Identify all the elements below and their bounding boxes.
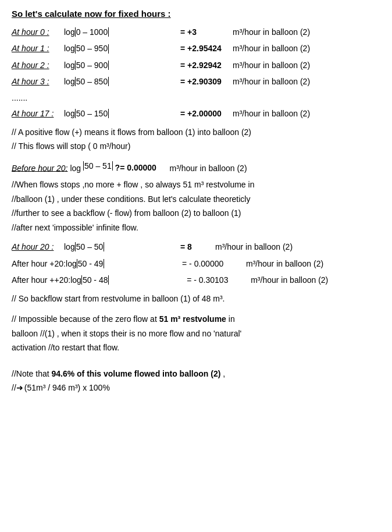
comment-2-line-4: //after next 'impossible' infinite flow. (12, 221, 380, 235)
bar-right-20 (104, 242, 104, 251)
hour-2-label: At hour 2 : (12, 59, 64, 72)
arrow-icon: //➜ (12, 383, 23, 392)
impossible-line4: activation //to restart that flow. (12, 343, 119, 352)
ellipsis: ....... (12, 93, 380, 102)
before-20-result: ?= 0.00000 (115, 161, 168, 175)
backflow-comment: // So backflow start from restvolume in … (12, 292, 380, 306)
hour-2-row: At hour 2 : log 50 – 900 = +2.92942 m³/h… (12, 59, 380, 72)
note-block: //Note that 94.6% of this volume flowed … (12, 367, 380, 395)
before-20-unit: m³/hour in balloon (2) (169, 163, 247, 172)
bar-right-2 (108, 61, 109, 70)
bar-right-1 (108, 44, 109, 54)
hour-17-label: At hour 17 : (12, 107, 64, 120)
after-20a-label: After hour +20: (12, 257, 66, 270)
log-text-1: log (64, 42, 75, 55)
hour-3-bracket: 50 – 850 (75, 75, 109, 88)
page-content: So let's calculate now for fixed hours :… (12, 9, 380, 395)
hour-20-result: = 8 (180, 240, 215, 253)
comment-2-line-2: //balloon (1) , under these conditions. … (12, 192, 380, 207)
bar-left-2 (75, 61, 76, 70)
before-20-bracket: 50 – 51 (83, 159, 113, 173)
hour-1-result: = +2.95424 (180, 42, 233, 55)
hour-3-unit: m³/hour in balloon (2) (233, 75, 310, 88)
comment-2-line-3: //further to see a backflow (- flow) fro… (12, 206, 380, 221)
hour-17-bracket: 50 – 150 (75, 107, 109, 120)
hour-1-log: log 50 – 950 (64, 42, 180, 55)
bracket-val-2: 50 – 900 (76, 59, 108, 72)
bar-left-0 (75, 27, 76, 37)
comment-2-line-1: //When flows stops ,no more + flow , so … (12, 178, 380, 192)
log-text-a20a: log (66, 257, 77, 270)
hour-3-label: At hour 3 : (12, 75, 64, 88)
hour-1-label: At hour 1 : (12, 42, 64, 55)
hour-0-unit: m³/hour in balloon (2) (233, 26, 310, 38)
hour-3-log: log 50 – 850 (64, 75, 180, 88)
comment-1-line-2: // This flows will stop ( 0 m³/hour) (12, 140, 380, 154)
before-hour-20-row: Before hour 20: log 50 – 51 ?= 0.00000 m… (12, 159, 380, 176)
before-hour-20-label: Before hour 20: (12, 163, 68, 172)
log-text-0: log (64, 26, 75, 38)
note-line-2: //➜(51m³ / 946 m³) x 100% (12, 381, 380, 395)
hour-17-unit: m³/hour in balloon (2) (233, 107, 310, 120)
bar-right-17 (108, 109, 109, 118)
comment-block-1: // A positive flow (+) means it flows fr… (12, 126, 380, 154)
bracket-val-b20: 50 – 51 (84, 159, 112, 173)
note-pre: //Note that (12, 369, 51, 378)
bar-left-b20 (83, 161, 84, 171)
bar-right-a20a (104, 259, 104, 268)
bar-right-b20 (112, 161, 113, 171)
note-line-2-text: (51m³ / 946 m³) x 100% (24, 383, 110, 392)
impossible-line3: balloon //(1) , when it stops their is n… (12, 329, 241, 338)
after-20a-row: After hour +20: log 50 - 49 = - 0.00000 … (12, 257, 380, 270)
impossible-post: in (226, 314, 235, 324)
bracket-val-1: 50 – 950 (76, 42, 108, 55)
hour-17-result: = +2.00000 (180, 107, 233, 120)
hour-0-log: log 0 – 1000 (64, 26, 180, 38)
bracket-val-0: 0 – 1000 (76, 26, 108, 38)
impossible-bold: 51 m³ restvolume (159, 314, 226, 324)
hour-20-log: log 50 – 50 (64, 240, 180, 253)
impossible-comment: // Impossible because of the zero flow a… (12, 312, 380, 355)
hour-2-unit: m³/hour in balloon (2) (233, 59, 310, 72)
hour-0-row: At hour 0 : log 0 – 1000 = +3 m³/hour in… (12, 26, 380, 38)
note-post: , (220, 369, 225, 378)
hour-2-bracket: 50 – 900 (75, 59, 109, 72)
bar-left-a20b (81, 275, 82, 285)
log-text-2: log (64, 59, 75, 72)
bar-left-1 (75, 44, 76, 54)
hour-17-row: At hour 17 : log 50 – 150 = +2.00000 m³/… (12, 107, 380, 120)
bar-right-0 (108, 27, 109, 37)
bracket-val-3: 50 – 850 (76, 75, 108, 88)
comment-1-line-1: // A positive flow (+) means it flows fr… (12, 126, 380, 140)
hour-3-row: At hour 3 : log 50 – 850 = +2.90309 m³/h… (12, 75, 380, 88)
after-20a-bracket: 50 - 49 (77, 257, 105, 270)
hour-20-bracket: 50 – 50 (75, 240, 105, 253)
hour-2-log: log 50 – 900 (64, 59, 180, 72)
after-20b-unit: m³/hour in balloon (2) (251, 274, 328, 286)
hour-3-result: = +2.90309 (180, 75, 233, 88)
after-20b-bracket: 50 - 48 (81, 274, 109, 286)
page-title: So let's calculate now for fixed hours : (12, 9, 380, 19)
log-text-a20b: log (70, 274, 81, 286)
hour-2-result: = +2.92942 (180, 59, 233, 72)
bracket-val-a20b: 50 - 48 (83, 274, 108, 286)
hour-1-unit: m³/hour in balloon (2) (233, 42, 310, 55)
after-20b-result: = - 0.30103 (187, 274, 251, 286)
bar-left-20 (75, 242, 76, 251)
backflow-comment-text: // So backflow start from restvolume in … (12, 294, 224, 303)
log-text-17: log (64, 107, 75, 120)
hour-1-row: At hour 1 : log 50 – 950 = +2.95424 m³/h… (12, 42, 380, 55)
hour-0-result: = +3 (180, 26, 233, 38)
note-bold: 94.6% of this volume flowed into balloon… (51, 369, 220, 378)
hour-0-bracket: 0 – 1000 (75, 26, 109, 38)
hour-17-log: log 50 – 150 (64, 107, 180, 120)
log-text-3: log (64, 75, 75, 88)
bar-right-3 (108, 77, 109, 86)
after-20a-result: = - 0.00000 (182, 257, 246, 270)
bar-left-3 (75, 77, 76, 86)
impossible-pre: // Impossible because of the zero flow a… (12, 314, 159, 324)
bracket-val-a20a: 50 - 49 (78, 257, 104, 270)
after-20a-unit: m³/hour in balloon (2) (246, 257, 323, 270)
hour-20-label: At hour 20 : (12, 240, 64, 253)
after-20a-log: log 50 - 49 (66, 257, 182, 270)
